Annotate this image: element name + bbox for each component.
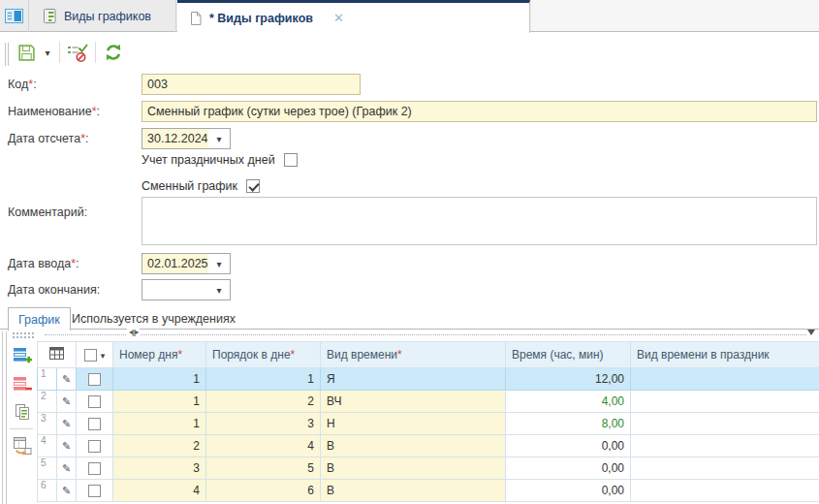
editor-toolbar: ▾ bbox=[0, 33, 819, 72]
tab-home-panel[interactable] bbox=[0, 0, 29, 32]
tab-vidy-grafikov-journal[interactable]: Виды графиков bbox=[30, 0, 176, 32]
pencil-icon: ✎ bbox=[62, 485, 71, 496]
table-row[interactable]: 2 ✎ 1 2 ВЧ 4,00 bbox=[38, 391, 819, 413]
end-date-picker[interactable]: ▾ bbox=[142, 279, 231, 300]
splitter-end-arrow-icon bbox=[807, 330, 815, 335]
fill-rows-button[interactable] bbox=[9, 433, 35, 458]
grid-toolbar-drag-handle[interactable] bbox=[12, 331, 35, 340]
check-control-icon bbox=[67, 42, 88, 63]
grid-splitter-line bbox=[45, 334, 806, 335]
save-button[interactable] bbox=[13, 39, 40, 66]
column-settings-button[interactable] bbox=[38, 342, 77, 368]
column-header-order[interactable]: Порядок в дне* bbox=[206, 342, 321, 368]
pencil-icon: ✎ bbox=[62, 462, 71, 474]
chevron-down-icon: ▾ bbox=[216, 259, 221, 269]
row-checkbox[interactable] bbox=[88, 418, 101, 430]
chevron-down-icon: ▾ bbox=[216, 285, 221, 296]
shift-checkbox[interactable] bbox=[246, 179, 260, 193]
table-row[interactable]: 3 ✎ 1 3 Н 8,00 bbox=[38, 413, 819, 435]
start-date-picker[interactable]: 30.12.2024 ▾ bbox=[142, 128, 231, 149]
shift-checkbox-row: Сменный график bbox=[142, 179, 260, 193]
holidays-checkbox[interactable] bbox=[284, 153, 298, 167]
pencil-icon: ✎ bbox=[62, 440, 71, 452]
refresh-button[interactable] bbox=[100, 39, 127, 66]
fill-rows-icon bbox=[13, 436, 32, 456]
add-row-button[interactable] bbox=[9, 343, 35, 368]
row-checkbox[interactable] bbox=[88, 462, 101, 475]
table-row[interactable]: 4 ✎ 2 4 В 0,00 bbox=[38, 435, 819, 457]
row-checkbox[interactable] bbox=[88, 395, 101, 408]
table-row[interactable]: 6 ✎ 4 6 В 0,00 bbox=[38, 480, 819, 502]
entry-date-label: Дата ввода*: bbox=[8, 257, 79, 270]
delete-row-icon bbox=[13, 376, 32, 394]
document-icon bbox=[189, 11, 203, 26]
holidays-checkbox-row: Учет праздничных дней bbox=[142, 153, 298, 167]
refresh-icon bbox=[104, 43, 123, 62]
column-header-holiday-type[interactable]: Вид времени в праздник bbox=[631, 342, 819, 368]
row-checkbox[interactable] bbox=[88, 373, 101, 386]
end-date-value[interactable] bbox=[142, 280, 208, 299]
pencil-icon: ✎ bbox=[62, 418, 71, 429]
side-toolbar-separator bbox=[10, 428, 33, 429]
columns-grid-icon bbox=[49, 347, 64, 360]
table-row[interactable]: 1 ✎ 1 1 Я 12,00 bbox=[38, 368, 819, 391]
pencil-icon: ✎ bbox=[62, 373, 71, 385]
copy-row-button[interactable] bbox=[9, 399, 35, 425]
toolbar-grip[interactable] bbox=[5, 43, 9, 66]
add-row-icon bbox=[13, 347, 32, 364]
toolbar-separator bbox=[95, 42, 96, 63]
tab-used-in-institutions[interactable]: Используется в учреждениях bbox=[62, 307, 245, 330]
detail-tab-bar: График Используется в учреждениях bbox=[0, 306, 819, 330]
start-date-value[interactable]: 30.12.2024 bbox=[142, 129, 208, 148]
entry-date-dropdown-button[interactable]: ▾ bbox=[208, 254, 230, 273]
row-checkbox[interactable] bbox=[88, 440, 101, 453]
panel-icon bbox=[5, 9, 23, 23]
code-label: Код*: bbox=[8, 78, 37, 91]
table-header-row: ▾ Номер дня* Порядок в дне* Вид времени*… bbox=[38, 342, 819, 368]
schedule-table: ▾ Номер дня* Порядок в дне* Вид времени*… bbox=[37, 341, 819, 502]
start-date-dropdown-button[interactable]: ▾ bbox=[208, 129, 230, 148]
code-input[interactable] bbox=[142, 74, 361, 95]
tab-label: * Виды графиков bbox=[209, 12, 313, 25]
subtab-label: График bbox=[18, 313, 60, 327]
tab-schedule[interactable]: График bbox=[8, 307, 71, 331]
journal-icon bbox=[42, 8, 57, 24]
column-header-time[interactable]: Время (час, мин) bbox=[506, 342, 631, 368]
delete-row-button[interactable] bbox=[9, 372, 35, 397]
shift-checkbox-label: Сменный график bbox=[142, 179, 237, 193]
end-date-dropdown-button[interactable]: ▾ bbox=[208, 280, 230, 299]
main-tab-bar: Виды графиков * Виды графиков ✕ bbox=[0, 0, 819, 32]
table-row[interactable]: 5 ✎ 3 5 В 0,00 bbox=[38, 457, 819, 480]
toolbar-separator bbox=[59, 42, 60, 63]
subtab-label: Используется в учреждениях bbox=[72, 312, 236, 326]
row-checkbox[interactable] bbox=[88, 485, 101, 497]
save-icon bbox=[16, 43, 37, 63]
column-header-time-type[interactable]: Вид времени* bbox=[321, 342, 506, 368]
app-window: Виды графиков * Виды графиков ✕ ▾ bbox=[0, 0, 819, 504]
select-all-cell[interactable]: ▾ bbox=[77, 342, 113, 368]
entry-date-picker[interactable]: 02.01.2025 ▾ bbox=[142, 253, 231, 274]
holidays-checkbox-label: Учет праздничных дней bbox=[142, 153, 275, 167]
column-splitter-icon[interactable]: ◂|||▸ bbox=[127, 328, 140, 336]
copy-icon bbox=[14, 403, 31, 421]
entry-date-value[interactable]: 02.01.2025 bbox=[142, 254, 208, 273]
name-input[interactable] bbox=[142, 101, 817, 122]
comment-textarea[interactable] bbox=[142, 197, 817, 245]
panel-resize-grip[interactable] bbox=[2, 331, 7, 504]
select-all-checkbox[interactable] bbox=[84, 349, 97, 362]
start-date-label: Дата отсчета*: bbox=[8, 132, 88, 145]
close-tab-icon[interactable]: ✕ bbox=[333, 11, 344, 25]
save-dropdown-button[interactable]: ▾ bbox=[40, 39, 55, 66]
pencil-icon: ✎ bbox=[62, 395, 71, 407]
column-header-day[interactable]: Номер дня* bbox=[113, 342, 206, 368]
tab-bar-empty-area bbox=[531, 0, 819, 31]
chevron-down-icon: ▾ bbox=[216, 134, 221, 144]
name-label: Наименование*: bbox=[8, 105, 100, 118]
chevron-down-icon: ▾ bbox=[45, 47, 49, 58]
tab-vidy-grafikov-editor[interactable]: * Виды графиков ✕ bbox=[177, 0, 530, 33]
tab-label: Виды графиков bbox=[64, 10, 151, 23]
comment-label: Комментарий: bbox=[8, 205, 87, 219]
chevron-down-icon: ▾ bbox=[101, 351, 106, 361]
check-control-button[interactable] bbox=[64, 39, 91, 66]
end-date-label: Дата окончания: bbox=[8, 283, 100, 297]
